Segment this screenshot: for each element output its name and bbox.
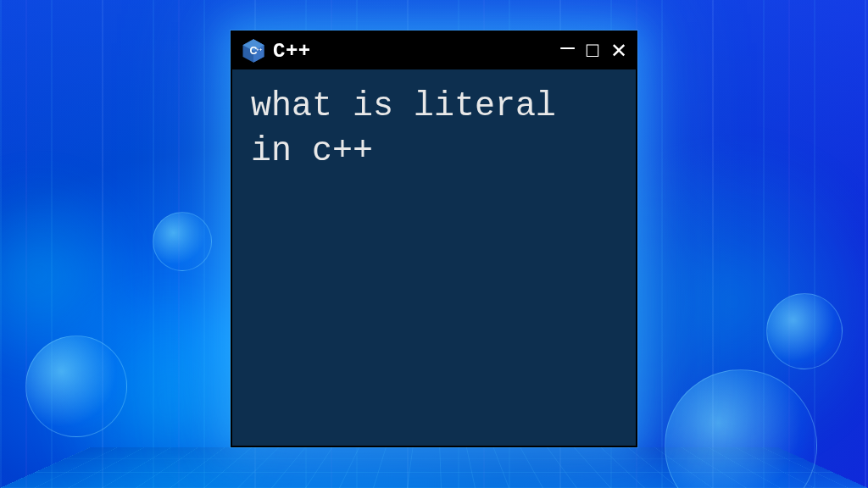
cpp-icon: C + + [241, 38, 266, 64]
terminal-content: what is literal in c++ [232, 69, 636, 190]
background-sphere [25, 336, 127, 437]
minimize-button[interactable]: – [560, 34, 575, 59]
close-button[interactable]: ✕ [610, 41, 627, 61]
window-title: C++ [273, 40, 311, 63]
background-sphere [766, 293, 843, 369]
window-controls: – ☐ ✕ [560, 38, 627, 64]
maximize-button[interactable]: ☐ [585, 42, 600, 59]
background-sphere [153, 212, 212, 271]
titlebar[interactable]: C + + C++ – ☐ ✕ [232, 32, 636, 69]
terminal-window: C + + C++ – ☐ ✕ what is literal in c++ [231, 30, 637, 447]
